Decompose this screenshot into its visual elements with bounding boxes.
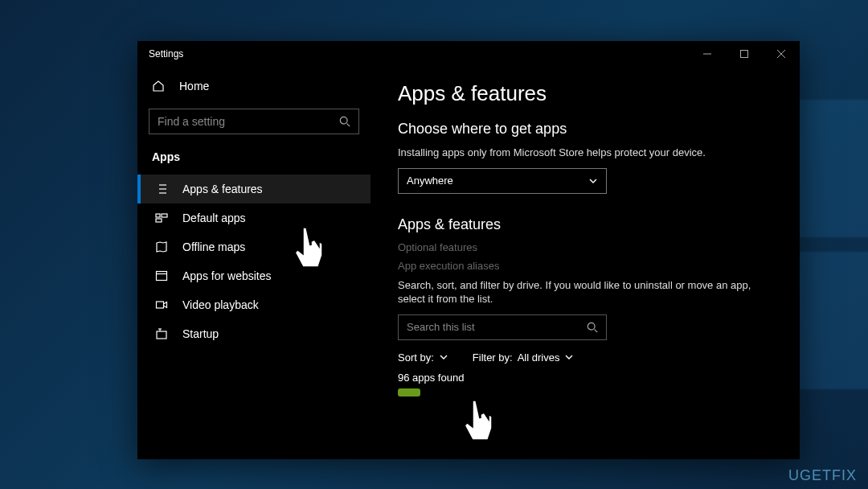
- app-list-item-stub: [398, 388, 420, 397]
- app-execution-aliases-link[interactable]: App execution aliases: [398, 260, 772, 272]
- sidebar-item-label: Startup: [182, 327, 219, 340]
- sidebar-item-label: Apps & features: [182, 183, 263, 195]
- minimize-button[interactable]: [689, 41, 726, 67]
- page-title: Apps & features: [398, 81, 772, 106]
- home-label: Home: [179, 80, 209, 92]
- svg-rect-14: [156, 219, 162, 222]
- filter-by-value: All drives: [518, 351, 560, 364]
- find-setting-input[interactable]: [158, 115, 339, 128]
- maximize-button[interactable]: [726, 41, 763, 67]
- main-content: Apps & features Choose where to get apps…: [371, 67, 800, 459]
- svg-rect-15: [157, 272, 167, 281]
- close-button[interactable]: [763, 41, 800, 67]
- list-description: Search, sort, and filter by drive. If yo…: [398, 278, 751, 306]
- chevron-down-icon: [439, 352, 448, 362]
- window-controls: [689, 41, 800, 67]
- where-dropdown[interactable]: Anywhere: [398, 168, 607, 194]
- where-description: Installing apps only from Microsoft Stor…: [398, 146, 751, 160]
- svg-line-5: [347, 124, 350, 127]
- list-icon: [155, 183, 168, 195]
- svg-line-22: [595, 329, 598, 332]
- defaults-icon: [155, 212, 168, 224]
- search-icon: [339, 116, 350, 127]
- map-icon: [155, 240, 168, 253]
- websites-icon: [155, 269, 168, 282]
- video-icon: [155, 298, 168, 311]
- sidebar-item-apps-for-websites[interactable]: Apps for websites: [137, 261, 371, 290]
- sidebar-item-label: Apps for websites: [182, 269, 272, 282]
- filter-by-control[interactable]: Filter by: All drives: [473, 351, 575, 364]
- chevron-down-icon: [564, 352, 574, 362]
- sort-by-control[interactable]: Sort by:: [398, 351, 448, 364]
- sidebar-item-label: Default apps: [182, 212, 246, 224]
- sidebar-category: Apps: [137, 142, 371, 175]
- search-icon: [587, 322, 598, 333]
- filter-by-label: Filter by:: [473, 351, 513, 364]
- svg-rect-12: [156, 214, 160, 217]
- chevron-down-icon: [588, 176, 598, 186]
- svg-rect-18: [157, 331, 166, 339]
- settings-window: Settings Home Apps: [137, 41, 800, 459]
- sidebar: Home Apps Apps & features Default apps O…: [137, 67, 371, 459]
- list-heading: Apps & features: [398, 216, 772, 233]
- filter-row: Sort by: Filter by: All drives: [398, 351, 772, 364]
- sidebar-item-label: Offline maps: [182, 240, 245, 253]
- optional-features-link[interactable]: Optional features: [398, 241, 772, 253]
- app-count: 96 apps found: [398, 372, 772, 384]
- sidebar-item-default-apps[interactable]: Default apps: [137, 203, 371, 232]
- svg-point-21: [588, 323, 595, 330]
- sidebar-item-video-playback[interactable]: Video playback: [137, 290, 371, 319]
- where-dropdown-value: Anywhere: [407, 175, 453, 187]
- svg-rect-13: [162, 214, 167, 217]
- svg-rect-1: [741, 51, 748, 58]
- sidebar-item-apps-features[interactable]: Apps & features: [137, 175, 371, 203]
- list-search-input[interactable]: [407, 321, 587, 333]
- svg-point-4: [340, 117, 347, 124]
- list-search[interactable]: [398, 314, 607, 340]
- where-heading: Choose where to get apps: [398, 121, 772, 138]
- window-title: Settings: [149, 48, 689, 60]
- svg-rect-17: [157, 302, 164, 308]
- watermark: UGETFIX: [788, 467, 857, 484]
- titlebar: Settings: [137, 41, 800, 67]
- sidebar-item-label: Video playback: [182, 298, 259, 311]
- home-nav[interactable]: Home: [137, 73, 371, 99]
- sidebar-item-startup[interactable]: Startup: [137, 319, 371, 348]
- sort-by-label: Sort by:: [398, 351, 434, 364]
- find-setting-search[interactable]: [149, 109, 359, 134]
- startup-icon: [155, 327, 168, 340]
- home-icon: [152, 80, 165, 92]
- sidebar-item-offline-maps[interactable]: Offline maps: [137, 232, 371, 261]
